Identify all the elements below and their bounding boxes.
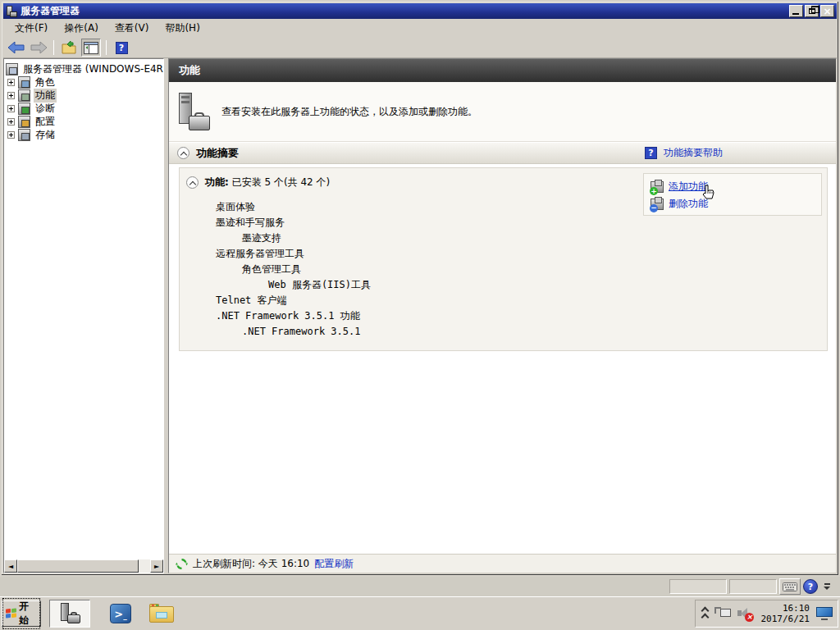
configure-refresh-link[interactable]: 配置刷新 [314, 557, 354, 571]
back-button[interactable] [7, 39, 26, 57]
menu-item[interactable]: 文件(F) [7, 19, 56, 38]
features-icon [18, 89, 30, 102]
features-heading: 功能: 已安装 5 个(共 42 个) [205, 176, 330, 189]
keyboard-icon [783, 582, 797, 591]
start-button[interactable]: 开始 [2, 600, 41, 627]
minimize-button[interactable] [789, 5, 803, 17]
scroll-right-button[interactable]: ► [150, 559, 163, 573]
expand-icon[interactable] [7, 79, 15, 86]
menu-bar: 文件(F)操作(A)查看(V)帮助(H) [3, 19, 837, 38]
keyboard-layout-button[interactable] [779, 578, 801, 595]
installed-feature: 远程服务器管理工具 [180, 246, 827, 262]
description-text: 查看安装在此服务器上功能的状态，以及添加或删除功能。 [221, 105, 477, 119]
explorer-launcher-icon[interactable] [149, 604, 174, 623]
collapse-features-button[interactable] [186, 176, 199, 189]
menu-item[interactable]: 操作(A) [56, 19, 107, 38]
tree-item-功能[interactable]: 功能 [6, 89, 163, 102]
menu-item[interactable]: 查看(V) [107, 19, 158, 38]
server-manager-window: 服务器管理器 × 文件(F)操作(A)查看(V)帮助(H) [0, 0, 840, 577]
export-list-button[interactable] [59, 39, 79, 57]
storage-icon [18, 129, 30, 141]
tool-bar: ? [3, 38, 837, 58]
installed-feature: Telnet 客户端 [180, 293, 827, 308]
language-bar: ? [669, 578, 833, 595]
page-title-text: 功能 [179, 63, 200, 78]
network-tray-icon[interactable] [714, 607, 731, 620]
server-icon [6, 63, 18, 75]
tree-item-存储[interactable]: 存储 [6, 128, 163, 141]
back-arrow-icon [8, 42, 25, 53]
add-feature-icon [651, 181, 664, 193]
installed-feature: 角色管理工具 [180, 262, 827, 277]
tree-item-label: 存储 [34, 128, 57, 142]
config-icon [18, 116, 30, 128]
scroll-track[interactable] [139, 559, 150, 573]
show-hidden-icons-button[interactable] [702, 608, 708, 620]
scroll-thumb[interactable] [17, 559, 139, 573]
close-icon: × [823, 7, 831, 16]
tree-item-label: 功能 [34, 89, 57, 103]
installed-feature: 墨迹和手写服务 [180, 215, 827, 231]
description-banner: 查看安装在此服务器上功能的状态，以及添加或删除功能。 [169, 82, 836, 142]
add-features-link[interactable]: 添加功能 [669, 180, 708, 194]
console-tree-toggle-button[interactable] [81, 39, 101, 57]
tree-root-item[interactable]: 服务器管理器 (WINDOWS-E4REQH [6, 62, 163, 75]
details-panel: 功能 查看安装在此服务器上功能的状态，以及添加或删除功能。 功能摘要 ? 功能摘… [168, 58, 837, 573]
language-bar-options[interactable] [820, 578, 833, 595]
tree-item-配置[interactable]: 配置 [6, 115, 163, 128]
toolbar-separator [53, 40, 54, 55]
tree-item-label: 配置 [34, 115, 57, 129]
scroll-left-button[interactable]: ◄ [4, 559, 17, 573]
remove-feature-icon [651, 199, 664, 210]
collapse-summary-button[interactable] [177, 147, 189, 159]
tree-horizontal-scrollbar[interactable]: ◄ ► [4, 559, 163, 573]
remove-features-link[interactable]: 删除功能 [669, 197, 708, 211]
installed-features-list: 桌面体验墨迹和手写服务墨迹支持远程服务器管理工具角色管理工具Web 服务器(II… [180, 199, 827, 340]
roles-icon [18, 76, 30, 89]
refresh-icon [176, 558, 188, 570]
powershell-launcher-icon[interactable]: >_ [110, 604, 131, 623]
features-box: 功能: 已安装 5 个(共 42 个) 桌面体验墨迹和手写服务墨迹支持远程服务器… [179, 167, 828, 351]
refresh-status-bar: 上次刷新时间: 今天 16:10 配置刷新 [169, 554, 836, 573]
clock[interactable]: 16:10 2017/6/21 [760, 603, 810, 624]
forward-button[interactable] [29, 39, 48, 57]
installed-feature: 墨迹支持 [180, 231, 827, 246]
system-tray: × 16:10 2017/6/21 [695, 600, 838, 628]
tree-root-label: 服务器管理器 (WINDOWS-E4REQH [21, 62, 163, 76]
volume-muted-tray-icon[interactable]: × [737, 607, 754, 620]
tree-item-角色[interactable]: 角色 [6, 75, 163, 89]
installed-feature: Web 服务器(IIS)工具 [180, 277, 827, 293]
console-tree-icon [84, 42, 98, 54]
windows-logo-icon [6, 609, 16, 619]
minimize-icon [792, 13, 799, 15]
export-list-icon [62, 41, 76, 54]
tree-item-label: 角色 [34, 75, 57, 89]
help-icon: ? [116, 42, 128, 54]
language-bar-well[interactable] [729, 579, 777, 594]
installed-feature: .NET Framework 3.5.1 [180, 324, 827, 340]
summary-help-link[interactable]: 功能摘要帮助 [664, 146, 723, 160]
page-title: 功能 [169, 59, 836, 82]
expand-icon[interactable] [7, 118, 15, 126]
expand-icon[interactable] [7, 105, 15, 112]
summary-title: 功能摘要 [196, 146, 239, 161]
title-bar[interactable]: 服务器管理器 × [3, 3, 837, 19]
language-bar-help-button[interactable]: ? [803, 579, 818, 594]
tree-item-诊断[interactable]: 诊断 [6, 102, 163, 115]
expand-icon[interactable] [7, 92, 15, 99]
summary-help-icon: ? [645, 147, 657, 159]
taskbar: 开始 >_ × 16:10 2017/6/21 [0, 596, 840, 630]
server-manager-icon [6, 6, 17, 17]
restore-icon [809, 8, 815, 14]
close-button[interactable]: × [820, 5, 834, 17]
langbar-menu-icon [824, 587, 830, 590]
summary-content: 功能: 已安装 5 个(共 42 个) 桌面体验墨迹和手写服务墨迹支持远程服务器… [169, 164, 836, 554]
menu-item[interactable]: 帮助(H) [157, 19, 208, 38]
server-manager-icon [59, 603, 80, 624]
language-bar-well[interactable] [669, 579, 727, 594]
expand-icon[interactable] [7, 131, 15, 139]
display-tray-icon[interactable] [816, 607, 833, 620]
restore-button[interactable] [805, 5, 819, 17]
help-button[interactable]: ? [112, 39, 131, 57]
taskbar-button-server-manager[interactable] [49, 600, 90, 628]
